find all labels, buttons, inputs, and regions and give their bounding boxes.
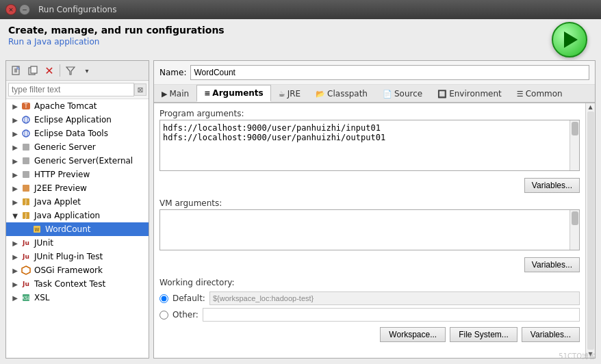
tree-item-task-context[interactable]: ▶ Ju Task Context Test [6, 277, 149, 291]
tree-item-junit[interactable]: ▶ Ju JUnit [6, 236, 149, 250]
program-args-wrapper: hdfs://localhost:9000/user/panhuizhi/inp… [159, 120, 580, 171]
tree-item-generic-server[interactable]: ▶ Generic Server [6, 140, 149, 154]
right-panel: Name: ▶ Main ≡ Arguments ☕ JRE 📂 [153, 60, 596, 359]
expander-icon: ▶ [10, 198, 20, 206]
expander-icon: ▶ [10, 144, 20, 151]
filter-row: ⊠ [6, 81, 149, 99]
tab-environment[interactable]: 🔲 Environment [430, 85, 509, 102]
svg-text:XSL: XSL [21, 296, 30, 301]
other-path-field[interactable] [203, 308, 580, 322]
program-args-variables-button[interactable]: Variables... [524, 178, 580, 193]
tree-item-eclipse-data-tools[interactable]: ▶ Eclipse Data Tools [6, 127, 149, 140]
vm-args-wrapper [159, 209, 580, 250]
vm-scrollbar[interactable] [570, 210, 579, 250]
window-title: Run Configurations [38, 5, 116, 14]
junit-icon: Ju [20, 237, 32, 248]
java-applet-icon: J [20, 196, 32, 207]
tree-item-java-application[interactable]: ▼ J Java Application [6, 209, 149, 222]
filter-input[interactable] [8, 83, 134, 96]
default-radio-label: Default: [172, 294, 205, 303]
expander-icon: ▶ [10, 253, 20, 261]
new-config-button[interactable] [9, 63, 24, 78]
tree-item-wordcount[interactable]: W WordCount [6, 222, 149, 236]
other-radio[interactable] [159, 311, 168, 320]
java-app-icon: J [20, 210, 32, 221]
tree-item-http-preview[interactable]: ▶ HTTP Preview [6, 168, 149, 181]
svg-text:T: T [24, 103, 28, 109]
tab-source-label: Source [394, 89, 422, 99]
default-radio[interactable] [159, 294, 168, 303]
tree-item-xsl[interactable]: ▶ XSL XSL [6, 291, 149, 304]
run-button[interactable] [552, 22, 587, 57]
tab-arguments[interactable]: ≡ Arguments [196, 85, 271, 102]
program-args-section: Program arguments: hdfs://localhost:9000… [159, 109, 580, 171]
right-panel-scrollbar[interactable]: ▲ ▼ [585, 103, 595, 358]
tomcat-icon: T [20, 101, 32, 112]
tab-common-label: Common [526, 89, 563, 99]
description-area: Create, manage, and run configurations R… [8, 25, 225, 47]
tree-item-apache-tomcat[interactable]: ▶ T Apache Tomcat [6, 99, 149, 113]
delete-config-button[interactable]: ✕ [42, 63, 57, 78]
filter-clear-button[interactable]: ⊠ [134, 83, 146, 96]
vm-args-label: VM arguments: [159, 198, 580, 208]
prog-scrollbar[interactable] [570, 120, 579, 170]
expander-icon: ▶ [10, 157, 20, 165]
classpath-tab-icon: 📂 [316, 90, 325, 99]
name-row: Name: [154, 61, 595, 85]
content-panels: ✕ ▾ ⊠ ▶ T Apache Tomcat [0, 60, 601, 364]
filesystem-button[interactable]: File System... [450, 327, 517, 342]
scroll-up-icon[interactable]: ▲ [588, 104, 592, 110]
workdir-variables-button[interactable]: Variables... [522, 327, 580, 342]
tree-item-label: Java Application [34, 211, 100, 220]
tab-source[interactable]: 📄 Source [375, 85, 430, 102]
args-tab-icon: ≡ [204, 89, 210, 98]
http-icon [20, 169, 32, 180]
svg-rect-17 [23, 185, 29, 192]
tabs-row: ▶ Main ≡ Arguments ☕ JRE 📂 Classpath 📄 [154, 85, 595, 103]
copy-config-button[interactable] [25, 63, 40, 78]
tree-item-j2ee-preview[interactable]: ▶ J2EE Preview [6, 181, 149, 195]
tree-item-label: WordCount [45, 224, 90, 234]
vm-args-section: VM arguments: [159, 198, 580, 250]
vm-scrollbar-thumb [572, 211, 578, 225]
vm-args-textarea[interactable] [160, 210, 579, 248]
filter-button[interactable] [63, 63, 78, 78]
default-path-field [209, 291, 580, 305]
tree-item-eclipse-application[interactable]: ▶ Eclipse Application [6, 113, 149, 127]
prog-scrollbar-thumb [572, 122, 578, 135]
tab-classpath[interactable]: 📂 Classpath [308, 85, 375, 102]
vm-args-variables-button[interactable]: Variables... [524, 257, 580, 272]
program-args-textarea[interactable]: hdfs://localhost:9000/user/panhuizhi/inp… [160, 120, 579, 168]
tree-item-label: Generic Server(External [34, 156, 133, 166]
close-button[interactable]: × [5, 4, 16, 15]
other-radio-row: Other: [159, 308, 580, 322]
workspace-button[interactable]: Workspace... [380, 327, 446, 342]
minimize-button[interactable]: − [19, 4, 30, 15]
tree-item-label: J2EE Preview [34, 183, 87, 193]
tree-item-label: JUnit Plug-in Test [34, 252, 103, 261]
tree-item-label: XSL [34, 293, 50, 302]
tab-main[interactable]: ▶ Main [154, 85, 196, 102]
main-area: Create, manage, and run configurations R… [0, 19, 601, 364]
svg-marker-24 [22, 266, 30, 274]
more-button[interactable]: ▾ [79, 63, 94, 78]
svg-point-12 [23, 130, 29, 137]
common-tab-icon: ☰ [517, 90, 524, 99]
expander-icon: ▶ [10, 239, 20, 247]
svg-rect-16 [23, 171, 29, 178]
config-name-input[interactable] [190, 65, 589, 80]
description-subtitle: Run a Java application [8, 37, 225, 47]
tree-item-generic-server-external[interactable]: ▶ Generic Server(External [6, 154, 149, 168]
svg-rect-15 [23, 157, 29, 164]
tab-jre[interactable]: ☕ JRE [271, 85, 308, 102]
expander-icon: ▶ [10, 116, 20, 124]
svg-point-11 [25, 116, 27, 123]
tree-item-junit-plugin[interactable]: ▶ Ju JUnit Plug-in Test [6, 250, 149, 263]
titlebar: × − Run Configurations [0, 0, 601, 19]
tree-item-osgi[interactable]: ▶ OSGi Framework [6, 263, 149, 277]
program-args-label: Program arguments: [159, 109, 580, 118]
tree-item-label: Generic Server [34, 142, 96, 152]
source-tab-icon: 📄 [383, 90, 392, 99]
tab-common[interactable]: ☰ Common [509, 85, 570, 102]
tree-item-java-applet[interactable]: ▶ J Java Applet [6, 195, 149, 209]
